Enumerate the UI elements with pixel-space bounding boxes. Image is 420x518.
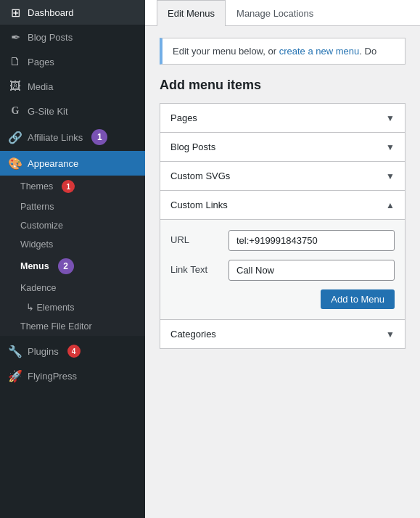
sidebar: ⊞ Dashboard ✒ Blog Posts 🗋 Pages 🖼 Media… bbox=[0, 0, 145, 518]
dashboard-icon: ⊞ bbox=[9, 6, 22, 19]
accordion-custom-links-body: URL Link Text Add to Menu bbox=[160, 219, 405, 319]
sidebar-item-dashboard[interactable]: ⊞ Dashboard bbox=[0, 0, 145, 25]
add-to-menu-button[interactable]: Add to Menu bbox=[321, 289, 395, 309]
sidebar-item-pages[interactable]: 🗋 Pages bbox=[0, 49, 145, 74]
sidebar-item-media[interactable]: 🖼 Media bbox=[0, 74, 145, 99]
sidebar-item-label: Patterns bbox=[20, 202, 54, 212]
sidebar-item-label: ↳ Elements bbox=[26, 302, 75, 313]
sidebar-item-widgets[interactable]: Widgets bbox=[0, 235, 145, 254]
sidebar-item-patterns[interactable]: Patterns bbox=[0, 197, 145, 216]
sidebar-item-label: Appearance bbox=[28, 158, 78, 169]
sidebar-item-label: Pages bbox=[28, 57, 54, 67]
add-to-menu-row: Add to Menu bbox=[170, 289, 395, 309]
accordion-categories: Categories ▼ bbox=[160, 319, 405, 349]
accordion-blog-posts-header[interactable]: Blog Posts ▼ bbox=[160, 133, 405, 161]
link-text-label: Link Text bbox=[170, 260, 221, 275]
link-text-input[interactable] bbox=[228, 260, 395, 281]
link-text-form-row: Link Text bbox=[170, 260, 395, 281]
accordion-pages-header[interactable]: Pages ▼ bbox=[160, 104, 405, 132]
menus-badge: 2 bbox=[58, 258, 74, 274]
sidebar-item-label: G-Site Kit bbox=[28, 106, 68, 117]
pages-icon: 🗋 bbox=[9, 55, 22, 68]
accordion-blog-posts: Blog Posts ▼ bbox=[160, 132, 405, 162]
section-title: Add menu items bbox=[160, 78, 405, 93]
sidebar-item-blog-posts[interactable]: ✒ Blog Posts bbox=[0, 25, 145, 49]
sidebar-item-label: Themes bbox=[20, 181, 53, 192]
sidebar-item-appearance[interactable]: 🎨 Appearance bbox=[0, 151, 145, 176]
sidebar-item-label: Theme File Editor bbox=[20, 321, 92, 332]
affiliate-links-icon: 🔗 bbox=[9, 131, 22, 144]
main-content-area: Edit Menus Manage Locations Edit your me… bbox=[145, 0, 420, 518]
sidebar-item-label: Menus bbox=[20, 261, 49, 271]
accordion-custom-links-label: Custom Links bbox=[170, 200, 228, 210]
accordion-custom-links: Custom Links ▲ URL Link Text Add to Menu bbox=[160, 190, 405, 320]
tabs-bar: Edit Menus Manage Locations bbox=[145, 0, 420, 26]
sidebar-item-label: Customize bbox=[20, 221, 63, 231]
tab-edit-menus[interactable]: Edit Menus bbox=[157, 0, 226, 26]
accordion-pages-label: Pages bbox=[170, 112, 197, 123]
sidebar-item-label: Kadence bbox=[20, 283, 56, 293]
accordion-custom-svgs-header[interactable]: Custom SVGs ▼ bbox=[160, 162, 405, 190]
accordion-blog-posts-label: Blog Posts bbox=[170, 141, 215, 152]
sidebar-item-label: Affiliate Links bbox=[28, 132, 83, 143]
sidebar-item-themes[interactable]: Themes 1 bbox=[0, 176, 145, 197]
accordion-blog-posts-arrow: ▼ bbox=[386, 142, 395, 152]
sidebar-item-affiliate-links[interactable]: 🔗 Affiliate Links 1 bbox=[0, 123, 145, 151]
info-bar: Edit your menu below, or create a new me… bbox=[160, 38, 405, 65]
flying-press-icon: 🚀 bbox=[9, 369, 22, 382]
sidebar-item-menus[interactable]: Menus 2 bbox=[0, 254, 145, 279]
url-input[interactable] bbox=[228, 230, 395, 251]
url-form-row: URL bbox=[170, 230, 395, 251]
accordion-custom-svgs-arrow: ▼ bbox=[386, 171, 395, 181]
accordion-categories-arrow: ▼ bbox=[386, 329, 395, 340]
sidebar-item-label: Blog Posts bbox=[28, 32, 73, 43]
appearance-icon: 🎨 bbox=[9, 157, 22, 170]
sidebar-item-label: FlyingPress bbox=[28, 371, 77, 382]
sidebar-item-elements[interactable]: ↳ Elements bbox=[0, 297, 145, 317]
media-icon: 🖼 bbox=[9, 80, 22, 93]
main-body: Edit your menu below, or create a new me… bbox=[145, 26, 420, 360]
sidebar-item-g-site-kit[interactable]: G G-Site Kit bbox=[0, 99, 145, 123]
info-suffix: . Do bbox=[359, 46, 376, 57]
sidebar-item-flying-press[interactable]: 🚀 FlyingPress bbox=[0, 363, 145, 388]
accordion-pages: Pages ▼ bbox=[160, 103, 405, 133]
accordion-custom-links-arrow: ▲ bbox=[386, 200, 395, 210]
create-new-menu-link[interactable]: create a new menu bbox=[279, 46, 360, 57]
plugins-icon: 🔧 bbox=[9, 345, 22, 358]
plugins-badge: 4 bbox=[67, 345, 81, 358]
g-site-kit-icon: G bbox=[9, 104, 22, 118]
accordion-categories-label: Categories bbox=[170, 329, 216, 340]
sidebar-item-label: Media bbox=[28, 81, 53, 92]
url-label: URL bbox=[170, 230, 221, 245]
appearance-submenu: Themes 1 Patterns Customize Widgets Menu… bbox=[0, 176, 145, 336]
sidebar-item-customize[interactable]: Customize bbox=[0, 216, 145, 235]
sidebar-item-label: Widgets bbox=[20, 239, 53, 250]
accordion-custom-links-header[interactable]: Custom Links ▲ bbox=[160, 191, 405, 219]
tab-manage-locations[interactable]: Manage Locations bbox=[226, 0, 324, 26]
accordion-pages-arrow: ▼ bbox=[386, 113, 395, 123]
accordion-custom-svgs-label: Custom SVGs bbox=[170, 170, 230, 181]
accordion-custom-svgs: Custom SVGs ▼ bbox=[160, 161, 405, 191]
tab-label: Manage Locations bbox=[236, 8, 313, 19]
sidebar-item-kadence[interactable]: Kadence bbox=[0, 279, 145, 297]
accordion-categories-header[interactable]: Categories ▼ bbox=[160, 320, 405, 348]
info-text: Edit your menu below, or bbox=[173, 46, 276, 57]
tab-label: Edit Menus bbox=[168, 8, 215, 19]
sidebar-item-label: Plugins bbox=[28, 346, 59, 357]
affiliate-links-badge: 1 bbox=[91, 129, 107, 145]
sidebar-item-theme-file-editor[interactable]: Theme File Editor bbox=[0, 317, 145, 336]
themes-badge: 1 bbox=[62, 180, 75, 193]
sidebar-item-label: Dashboard bbox=[28, 7, 74, 18]
blog-posts-icon: ✒ bbox=[9, 30, 22, 44]
sidebar-item-plugins[interactable]: 🔧 Plugins 4 bbox=[0, 339, 145, 363]
